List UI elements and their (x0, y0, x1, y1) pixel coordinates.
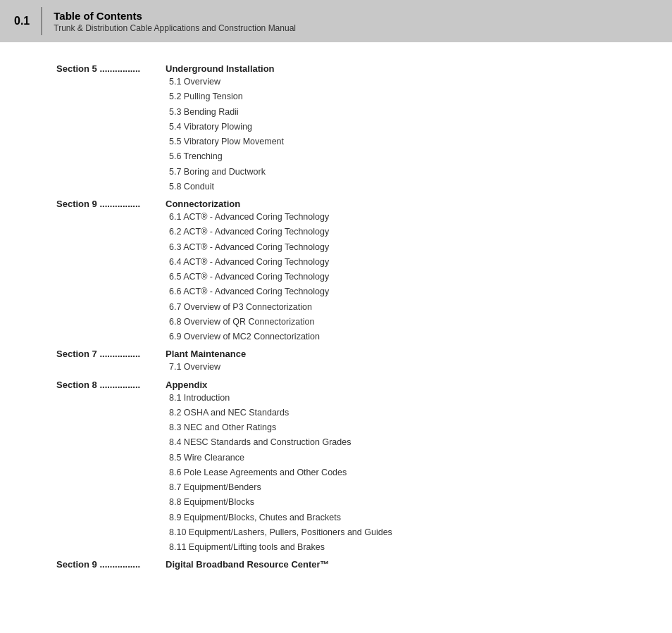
subsection-item: 6.8 Overview of QR Connectorization (169, 315, 616, 330)
section-number: 0.1 (14, 7, 42, 35)
subsection-item: 8.4 NESC Standards and Construction Grad… (169, 435, 616, 450)
toc-section-label-2: Section 7 ................ (56, 349, 166, 359)
toc-section-row-0: Section 5 ................Underground In… (56, 63, 616, 74)
subsection-item: 5.3 Bending Radii (169, 105, 616, 120)
subsection-item: 5.6 Trenching (169, 149, 616, 164)
toc-subsections-1: 6.1 ACT® - Advanced Coring Technology6.2… (169, 210, 616, 344)
subsection-item: 8.9 Equipment/Blocks, Chutes and Bracket… (169, 510, 616, 525)
subsection-item: 6.6 ACT® - Advanced Coring Technology (169, 284, 616, 299)
subsection-item: 6.5 ACT® - Advanced Coring Technology (169, 270, 616, 284)
subsection-item: 6.3 ACT® - Advanced Coring Technology (169, 240, 616, 255)
toc-section-title-3: Appendix (166, 380, 207, 390)
subsection-item: 8.11 Equipment/Lifting tools and Brakes (169, 540, 616, 555)
toc-section-1: Section 9 ................Connectorizati… (56, 199, 616, 344)
header-text-block: Table of Contents Trunk & Distribution C… (54, 7, 296, 35)
toc-subsections-0: 5.1 Overview5.2 Pulling Tension5.3 Bendi… (169, 75, 616, 194)
toc-section-label-0: Section 5 ................ (56, 63, 166, 74)
subsection-item: 8.10 Equipment/Lashers, Pullers, Positio… (169, 525, 616, 540)
subsection-item: 8.3 NEC and Other Ratings (169, 420, 616, 435)
footer-row: Section 9 ................ Digital Broad… (56, 559, 616, 570)
subsection-item: 8.7 Equipment/Benders (169, 480, 616, 495)
footer-section-label: Section 9 ................ (56, 559, 166, 570)
toc-section-title-1: Connectorization (166, 199, 240, 209)
toc-section-label-3: Section 8 ................ (56, 380, 166, 390)
toc-section-title-2: Plant Maintenance (166, 349, 246, 359)
subsection-item: 8.8 Equipment/Blocks (169, 495, 616, 510)
subsection-item: 6.7 Overview of P3 Connectorization (169, 300, 616, 315)
subsection-item: 5.5 Vibratory Plow Movement (169, 134, 616, 149)
subsection-item: 7.1 Overview (169, 360, 616, 375)
subsection-item: 6.2 ACT® - Advanced Coring Technology (169, 225, 616, 239)
subsection-item: 5.8 Conduit (169, 180, 616, 194)
footer-section-title: Digital Broadband Resource Center™ (166, 559, 330, 570)
subsection-item: 5.1 Overview (169, 75, 616, 89)
subsection-item: 6.9 Overview of MC2 Connectorization (169, 330, 616, 344)
subsection-item: 8.1 Introduction (169, 391, 616, 406)
subsection-item: 8.5 Wire Clearance (169, 451, 616, 465)
subsection-item: 5.2 Pulling Tension (169, 89, 616, 104)
toc-subsections-2: 7.1 Overview (169, 360, 616, 375)
subsection-item: 8.6 Pole Lease Agreements and Other Code… (169, 465, 616, 480)
subsection-item: 6.1 ACT® - Advanced Coring Technology (169, 210, 616, 225)
toc-section-title-0: Underground Installation (166, 63, 275, 74)
toc-section-row-1: Section 9 ................Connectorizati… (56, 199, 616, 209)
toc-section-3: Section 8 ................Appendix8.1 In… (56, 380, 616, 556)
toc-section-label-1: Section 9 ................ (56, 199, 166, 209)
subsection-item: 6.4 ACT® - Advanced Coring Technology (169, 255, 616, 270)
toc-section-2: Section 7 ................Plant Maintena… (56, 349, 616, 375)
toc-section-row-3: Section 8 ................Appendix (56, 380, 616, 390)
footer-section: Section 9 ................ Digital Broad… (56, 559, 616, 570)
subsection-item: 8.2 OSHA and NEC Standards (169, 406, 616, 420)
subsection-item: 5.4 Vibratory Plowing (169, 120, 616, 134)
toc-subsections-3: 8.1 Introduction8.2 OSHA and NEC Standar… (169, 391, 616, 556)
toc-section-0: Section 5 ................Underground In… (56, 63, 616, 194)
header-bar: 0.1 Table of Contents Trunk & Distributi… (0, 0, 672, 42)
toc-section-row-2: Section 7 ................Plant Maintena… (56, 349, 616, 359)
header-subtitle: Trunk & Distribution Cable Applications … (54, 23, 296, 33)
main-content: Section 5 ................Underground In… (0, 42, 672, 602)
subsection-item: 5.7 Boring and Ductwork (169, 165, 616, 180)
toc-container: Section 5 ................Underground In… (56, 63, 616, 555)
header-title: Table of Contents (54, 10, 296, 22)
